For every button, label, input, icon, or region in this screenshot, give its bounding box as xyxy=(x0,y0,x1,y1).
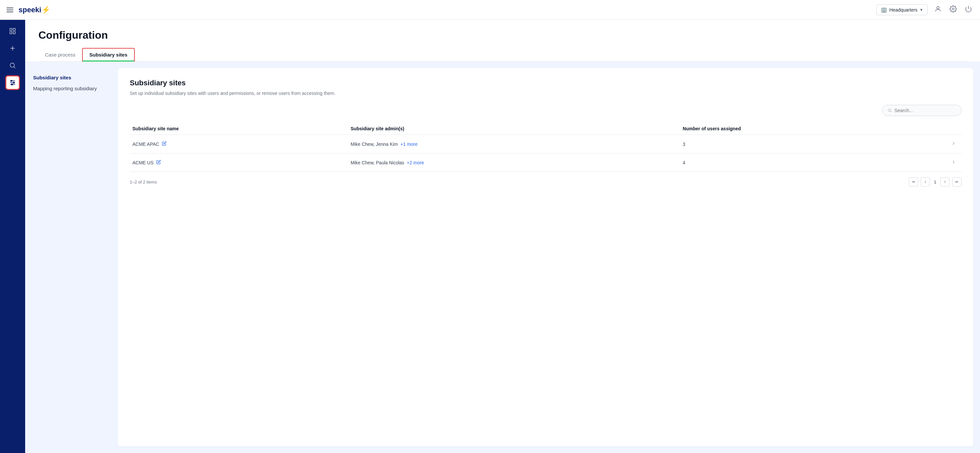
panel-description: Set up individual subsidiary sites with … xyxy=(130,90,961,97)
svg-point-16 xyxy=(11,84,13,85)
svg-point-14 xyxy=(11,80,12,82)
header-right: 🏢 Headquarters ▼ xyxy=(877,4,974,16)
panel-title: Subsidiary sites xyxy=(130,79,961,87)
chevron-down-icon: ▼ xyxy=(920,8,923,12)
admins-cell-apac: Mike Chew, Jenna Kim +1 more xyxy=(348,135,680,154)
hamburger-menu-icon[interactable] xyxy=(6,8,13,12)
page-title: Configuration xyxy=(38,29,967,41)
main-layout: Configuration Case process Subsidiary si… xyxy=(0,20,980,453)
next-page-button[interactable] xyxy=(940,177,950,187)
svg-line-18 xyxy=(891,111,891,112)
search-magnifier-icon xyxy=(888,108,892,113)
site-name-acme-apac: ACME APAC xyxy=(132,141,159,147)
site-name-acme-us: ACME US xyxy=(132,160,154,165)
sidebar-search-icon[interactable] xyxy=(5,58,20,73)
power-button[interactable] xyxy=(963,4,974,16)
subsidiary-sites-table: Subsidiary site name Subsidiary site adm… xyxy=(130,123,961,172)
profile-button[interactable] xyxy=(933,4,943,16)
building-icon: 🏢 xyxy=(881,6,887,13)
more-link-apac[interactable]: +1 more xyxy=(400,141,417,147)
page-header: Configuration Case process Subsidiary si… xyxy=(25,20,980,62)
logo-text: speeki xyxy=(19,6,41,14)
pagination-controls: 1 xyxy=(909,177,961,187)
more-link-us[interactable]: +2 more xyxy=(407,160,424,165)
svg-rect-3 xyxy=(10,29,12,30)
nav-subsidiary-sites[interactable]: Subsidiary sites xyxy=(33,72,110,83)
sidebar-add-icon[interactable] xyxy=(5,41,20,55)
logo-arrow-icon: ⚡ xyxy=(41,6,50,14)
site-name-cell: ACME US xyxy=(130,154,348,172)
logo: speeki ⚡ xyxy=(19,6,50,14)
first-page-button[interactable] xyxy=(909,177,918,187)
top-header: speeki ⚡ 🏢 Headquarters ▼ xyxy=(0,0,980,20)
row-chevron-apac[interactable] xyxy=(948,135,961,154)
svg-point-17 xyxy=(888,109,891,111)
headquarters-button[interactable]: 🏢 Headquarters ▼ xyxy=(877,4,928,15)
table-row: ACME APAC M xyxy=(130,135,961,154)
svg-point-15 xyxy=(13,82,14,83)
col-site-name: Subsidiary site name xyxy=(130,123,348,135)
edit-acme-us-icon[interactable] xyxy=(156,160,161,165)
users-count-apac: 3 xyxy=(680,135,948,154)
sidebar-grid-icon[interactable] xyxy=(5,24,20,38)
search-input[interactable] xyxy=(894,108,956,113)
tab-subsidiary-sites[interactable]: Subsidiary sites xyxy=(82,48,135,62)
nav-mapping-reporting[interactable]: Mapping reporting subsidiary xyxy=(33,83,110,94)
tab-case-process[interactable]: Case process xyxy=(38,48,82,61)
pagination-summary: 1–2 of 2 items xyxy=(130,179,157,185)
content-body: Subsidiary sites Mapping reporting subsi… xyxy=(25,62,980,453)
svg-point-1 xyxy=(952,8,954,10)
header-left: speeki ⚡ xyxy=(6,6,50,14)
search-row xyxy=(130,105,961,116)
row-chevron-us[interactable] xyxy=(948,154,961,172)
svg-line-10 xyxy=(14,67,15,68)
edit-acme-apac-icon[interactable] xyxy=(162,141,167,147)
tabs: Case process Subsidiary sites xyxy=(38,48,967,62)
settings-button[interactable] xyxy=(948,4,958,16)
left-sidebar xyxy=(0,20,25,453)
pagination: 1–2 of 2 items xyxy=(130,172,961,187)
current-page: 1 xyxy=(933,179,938,185)
headquarters-label: Headquarters xyxy=(889,7,918,13)
last-page-button[interactable] xyxy=(952,177,961,187)
prev-page-button[interactable] xyxy=(921,177,930,187)
svg-point-0 xyxy=(937,6,939,9)
content-area: Configuration Case process Subsidiary si… xyxy=(25,20,980,453)
svg-rect-5 xyxy=(10,32,12,34)
sidebar-sliders-icon[interactable] xyxy=(5,75,20,90)
table-row: ACME US Mik xyxy=(130,154,961,172)
site-name-cell: ACME APAC xyxy=(130,135,348,154)
admins-cell-us: Mike Chew, Paula Nicolas +2 more xyxy=(348,154,680,172)
col-users: Number of users assigned xyxy=(680,123,948,135)
col-admins: Subsidiary site admin(s) xyxy=(348,123,680,135)
right-content-panel: Subsidiary sites Set up individual subsi… xyxy=(118,68,974,447)
left-nav-panel: Subsidiary sites Mapping reporting subsi… xyxy=(25,62,118,453)
svg-point-9 xyxy=(10,63,14,67)
users-count-us: 4 xyxy=(680,154,948,172)
svg-rect-4 xyxy=(13,29,15,30)
search-box xyxy=(882,105,961,116)
svg-rect-6 xyxy=(13,32,15,34)
